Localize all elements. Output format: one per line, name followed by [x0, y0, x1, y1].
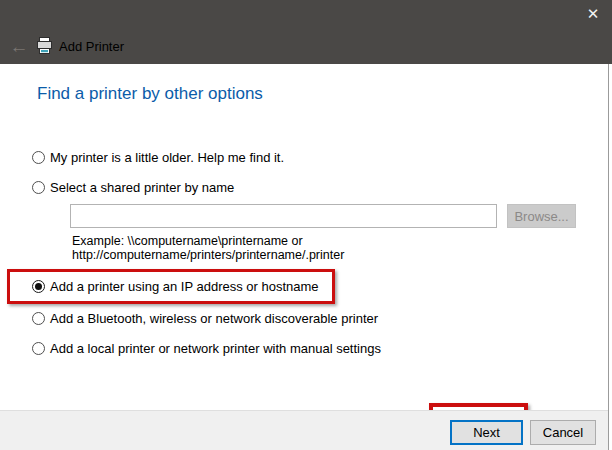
radio-button[interactable] [32, 181, 45, 194]
radio-button[interactable] [32, 312, 45, 325]
title-bar: ✕ ← Add Printer [0, 0, 612, 64]
add-printer-window: ✕ ← Add Printer Find a printer by other … [0, 0, 612, 450]
radio-option-local-manual[interactable]: Add a local printer or network printer w… [32, 338, 381, 358]
radio-button-selected[interactable] [32, 280, 45, 293]
printer-icon [35, 36, 54, 55]
shared-printer-name-input[interactable] [70, 204, 497, 228]
close-icon: ✕ [587, 5, 600, 23]
back-button[interactable]: ← [6, 33, 32, 59]
example-line-1: Example: \\computername\printername or [72, 234, 344, 248]
footer-bar: Next Cancel [0, 410, 608, 450]
page-title: Find a printer by other options [37, 84, 263, 104]
radio-label: Select a shared printer by name [50, 180, 234, 195]
radio-label: My printer is a little older. Help me fi… [50, 150, 284, 165]
window-right-border [608, 64, 609, 450]
radio-button[interactable] [32, 342, 45, 355]
example-line-2: http://computername/printers/printername… [72, 248, 344, 262]
radio-option-ip-address[interactable]: Add a printer using an IP address or hos… [32, 276, 319, 296]
radio-option-bluetooth[interactable]: Add a Bluetooth, wireless or network dis… [32, 308, 378, 328]
radio-label: Add a Bluetooth, wireless or network dis… [50, 311, 378, 326]
browse-button[interactable]: Browse... [507, 204, 576, 228]
radio-option-shared-printer[interactable]: Select a shared printer by name [32, 177, 234, 197]
radio-button[interactable] [32, 151, 45, 164]
radio-option-older-printer[interactable]: My printer is a little older. Help me fi… [32, 147, 284, 167]
next-button[interactable]: Next [450, 420, 523, 445]
back-arrow-icon: ← [10, 37, 29, 56]
window-title: Add Printer [59, 39, 124, 54]
radio-label: Add a local printer or network printer w… [50, 341, 381, 356]
example-text: Example: \\computername\printername or h… [72, 234, 344, 262]
close-button[interactable]: ✕ [578, 0, 608, 28]
radio-label: Add a printer using an IP address or hos… [50, 279, 319, 294]
cancel-button[interactable]: Cancel [530, 420, 596, 445]
